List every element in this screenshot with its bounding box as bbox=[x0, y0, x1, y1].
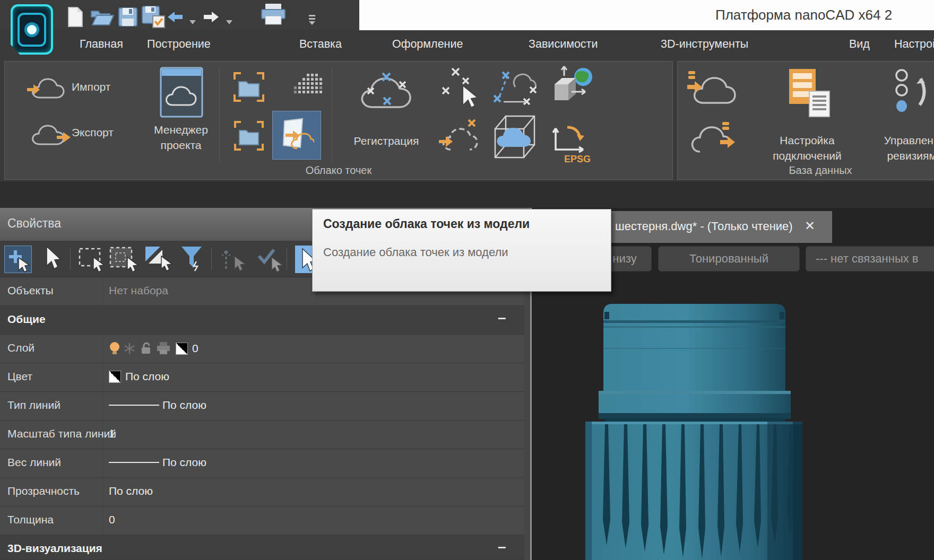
layer-lock-icon[interactable] bbox=[140, 342, 153, 355]
model-to-cloud-icon bbox=[279, 118, 314, 153]
new-file-icon[interactable] bbox=[66, 6, 84, 28]
open-file-icon[interactable] bbox=[90, 6, 115, 28]
save-all-icon[interactable] bbox=[141, 6, 166, 28]
clip-cube-button[interactable] bbox=[488, 110, 542, 165]
layer-plot-icon[interactable] bbox=[157, 342, 171, 355]
row-color-value[interactable]: По слою bbox=[109, 370, 169, 383]
epsg-coordinate-button[interactable]: EPSG bbox=[547, 115, 598, 165]
point-cloud-section-button[interactable] bbox=[228, 114, 270, 158]
add-to-selection-tool[interactable] bbox=[4, 246, 32, 273]
tab-postroenie[interactable]: Построение bbox=[147, 38, 211, 51]
save-icon[interactable] bbox=[118, 6, 138, 28]
connection-settings-label: Настройка подключений bbox=[754, 133, 860, 163]
points-cursor-icon bbox=[438, 66, 481, 110]
toolbar-divider bbox=[287, 248, 287, 270]
redo-icon[interactable] bbox=[204, 6, 219, 28]
db-export-button[interactable] bbox=[683, 116, 742, 162]
connection-settings-button[interactable]: Настройка подключений bbox=[754, 63, 860, 164]
selection-filter-tool[interactable] bbox=[180, 246, 205, 273]
project-manager-window-icon bbox=[158, 66, 205, 120]
project-manager-button[interactable]: Менеджер проекта bbox=[144, 64, 218, 160]
row-thickness-value[interactable]: 0 bbox=[109, 513, 115, 526]
revision-management-button[interactable]: Управление ревизиями bbox=[864, 63, 934, 164]
app-menu-logo[interactable] bbox=[11, 4, 53, 55]
select-window-tool[interactable] bbox=[79, 246, 106, 272]
layer-freeze-icon[interactable] bbox=[124, 343, 135, 354]
lineweight-sample-icon bbox=[109, 462, 159, 463]
select-tool[interactable] bbox=[44, 246, 60, 271]
section-general[interactable]: Общие – bbox=[0, 306, 524, 335]
tab-vstavka[interactable]: Вставка bbox=[299, 38, 342, 51]
toolbar-divider bbox=[70, 248, 71, 270]
db-import-button[interactable] bbox=[683, 66, 742, 112]
row-linetype-scale: Масштаб типа линий 1 bbox=[0, 421, 524, 449]
row-transparency: Прозрачность По слою bbox=[0, 478, 524, 506]
tab-oformlenie[interactable]: Оформление bbox=[392, 38, 463, 51]
tab-zavisimosti[interactable]: Зависимости bbox=[529, 38, 598, 51]
import-button[interactable]: Импорт bbox=[25, 71, 126, 108]
lineweight-name[interactable]: По слою bbox=[162, 456, 206, 469]
select-points-button[interactable] bbox=[435, 65, 484, 111]
undo-icon[interactable] bbox=[168, 6, 183, 28]
row-layer-label: Слой bbox=[7, 342, 34, 354]
move-up-tool[interactable] bbox=[220, 246, 247, 272]
import-label: Импорт bbox=[72, 81, 110, 93]
create-point-cloud-from-model-button[interactable] bbox=[272, 111, 321, 160]
tooltip-title: Создание облака точек из модели bbox=[323, 217, 530, 231]
tab-3d-instrumenty[interactable]: 3D-инструменты bbox=[661, 38, 748, 51]
document-close-icon[interactable]: ✕ bbox=[805, 218, 815, 233]
cloud-registration-icon bbox=[356, 67, 418, 116]
color-swatch[interactable] bbox=[109, 371, 121, 383]
layer-color-swatch[interactable] bbox=[176, 343, 188, 355]
gear-3d-model bbox=[573, 297, 817, 560]
layer-name[interactable]: 0 bbox=[192, 342, 198, 355]
registration-button[interactable]: Регистрация bbox=[338, 64, 435, 162]
tab-vid[interactable]: Вид bbox=[849, 38, 870, 51]
row-lineweight: Вес линий По слою bbox=[0, 449, 524, 478]
point-cloud-density-button[interactable] bbox=[287, 64, 331, 109]
customize-quick-access-icon[interactable] bbox=[308, 10, 316, 31]
nanocad-window: Платформа nanoCAD x64 2 Главная Построен… bbox=[0, 0, 934, 560]
linked-views-button[interactable]: --- нет связанных в bbox=[806, 246, 934, 272]
clip-point-cloud-button[interactable] bbox=[228, 65, 270, 109]
redo-dropdown-icon[interactable] bbox=[226, 12, 232, 33]
row-lineweight-value[interactable]: По слою bbox=[109, 456, 206, 469]
row-objects-value[interactable]: Нет набора bbox=[109, 284, 168, 297]
layer-on-bulb-icon[interactable] bbox=[109, 342, 120, 355]
color-name[interactable]: По слою bbox=[125, 370, 169, 383]
tab-nastroyki[interactable]: Настройки bbox=[894, 38, 934, 51]
geo-position-button[interactable] bbox=[546, 63, 597, 113]
collapse-icon[interactable]: – bbox=[498, 309, 506, 326]
print-icon[interactable] bbox=[261, 4, 286, 25]
section-3d-visualization-label: 3D-визуализация bbox=[7, 542, 102, 555]
ribbon-bottom-band bbox=[0, 181, 934, 208]
row-linetype-scale-label: Масштаб типа линий bbox=[7, 427, 116, 440]
cloud-register-lines-icon bbox=[491, 66, 540, 110]
select-crossing-tool[interactable] bbox=[109, 246, 139, 272]
row-linetype-label: Тип линий bbox=[7, 399, 60, 412]
registration-lines-button[interactable] bbox=[489, 64, 542, 112]
collapse-icon[interactable]: – bbox=[498, 538, 506, 555]
row-transparency-value[interactable]: По слою bbox=[109, 485, 153, 497]
row-thickness-label: Толщина bbox=[7, 513, 54, 526]
undo-dropdown-icon[interactable] bbox=[189, 12, 196, 33]
visual-style-button[interactable]: Тонированный bbox=[658, 246, 800, 272]
cube-cloud-icon bbox=[490, 112, 540, 164]
row-color: Цвет По слою bbox=[0, 363, 524, 392]
row-linetype-scale-value[interactable]: 1 bbox=[109, 427, 115, 440]
tab-glavnaya[interactable]: Главная bbox=[80, 38, 123, 51]
row-color-label: Цвет bbox=[7, 370, 32, 383]
export-button[interactable]: Экспорт bbox=[25, 116, 128, 155]
row-objects-label: Объекты bbox=[7, 284, 54, 297]
section-3d-visualization[interactable]: 3D-визуализация – bbox=[0, 535, 524, 560]
invert-selection-tool[interactable] bbox=[144, 246, 174, 273]
remove-points-button[interactable] bbox=[437, 115, 486, 160]
registration-label: Регистрация bbox=[354, 135, 419, 147]
panel-database-label: База данных bbox=[678, 164, 934, 177]
linetype-name[interactable]: По слою bbox=[162, 399, 206, 412]
row-layer-value[interactable]: 0 bbox=[109, 342, 198, 355]
row-linetype-value[interactable]: По слою bbox=[109, 399, 206, 412]
cloud-db-in-icon bbox=[687, 68, 738, 110]
ribbon-divider bbox=[219, 68, 220, 162]
apply-tool[interactable] bbox=[256, 246, 283, 272]
